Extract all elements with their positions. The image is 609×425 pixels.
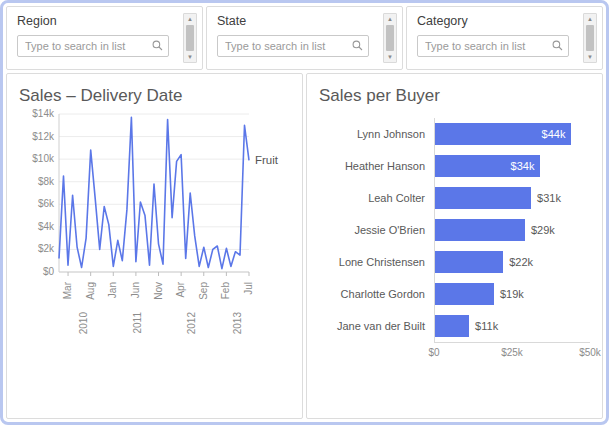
filter-region-search-input[interactable]	[23, 39, 152, 53]
line-chart[interactable]: $0$2k$4k$6k$8k$10k$12k$14kMarAugJanJunNo…	[19, 108, 290, 356]
bar-chart-title: Sales per Buyer	[319, 86, 590, 106]
scroll-down-icon[interactable]: ▼	[587, 53, 593, 61]
bar-category-label[interactable]: Heather Hanson	[319, 160, 434, 172]
listbox-scrollbar[interactable]: ▲ ▼	[183, 13, 197, 63]
bar-chart: Lynn Johnson$44kHeather Hanson$34kLeah C…	[319, 118, 590, 342]
bar-category-label[interactable]: Lynn Johnson	[319, 128, 434, 140]
y-tick-label: $0	[43, 266, 55, 277]
bar-row: Jane van der Built$11k	[319, 310, 590, 342]
filter-state-search[interactable]	[217, 35, 369, 57]
x-axis-tick-label: $0	[428, 347, 439, 358]
x-tick-label: Aug	[85, 282, 96, 300]
bar-chart-x-axis: $0$25k$50k	[434, 342, 590, 360]
filter-region: Region ▲ ▼	[6, 6, 203, 70]
bar-track: $19k	[434, 278, 590, 310]
bar-category-label[interactable]: Leah Colter	[319, 192, 434, 204]
bar-value: $31k	[537, 192, 561, 204]
bar-category-label[interactable]: Lone Christensen	[319, 256, 434, 268]
filter-category: Category ▲ ▼	[406, 6, 603, 70]
bar[interactable]	[435, 315, 469, 337]
bar[interactable]	[435, 219, 525, 241]
x-tick-label: Jun	[130, 282, 141, 298]
line-chart-title: Sales – Delivery Date	[19, 86, 290, 106]
bar-track: $34k	[434, 150, 590, 182]
x-tick-label: Jul	[243, 282, 254, 295]
filter-state: State ▲ ▼	[206, 6, 403, 70]
search-icon	[552, 37, 563, 55]
year-label: 2012	[186, 312, 197, 335]
bar-value: $11k	[475, 320, 498, 332]
bar-value: $22k	[509, 256, 533, 268]
dashboard: Region ▲ ▼ State ▲	[0, 0, 609, 425]
listbox-scrollbar[interactable]: ▲ ▼	[583, 13, 597, 63]
x-tick-label: Jan	[107, 282, 118, 298]
bar[interactable]	[435, 283, 494, 305]
bar-track: $29k	[434, 214, 590, 246]
bar[interactable]: $34k	[435, 155, 540, 177]
year-label: 2013	[232, 312, 243, 335]
filter-category-search[interactable]	[417, 35, 569, 57]
x-axis-tick-label: $25k	[501, 347, 523, 358]
filter-state-search-input[interactable]	[223, 39, 352, 53]
scroll-up-icon[interactable]: ▲	[387, 15, 393, 23]
bar-track: $31k	[434, 182, 590, 214]
scrollbar-thumb[interactable]	[186, 25, 194, 51]
bar-category-label[interactable]: Jane van der Built	[319, 320, 434, 332]
y-tick-label: $2k	[38, 243, 55, 254]
y-tick-label: $4k	[38, 221, 55, 232]
bar-chart-panel: Sales per Buyer Lynn Johnson$44kHeather …	[306, 73, 603, 419]
scroll-down-icon[interactable]: ▼	[387, 53, 393, 61]
series-annotation: Fruit	[255, 154, 279, 166]
bar-value: $34k	[511, 160, 541, 172]
x-tick-label: Feb	[220, 282, 231, 300]
y-tick-label: $12k	[32, 131, 55, 142]
bar[interactable]: $44k	[435, 123, 571, 145]
bar-row: Lynn Johnson$44k	[319, 118, 590, 150]
y-tick-label: $8k	[38, 176, 55, 187]
bar-track: $44k	[434, 118, 590, 150]
year-label: 2010	[78, 312, 89, 335]
filter-row: Region ▲ ▼ State ▲	[6, 6, 603, 70]
scrollbar-thumb[interactable]	[586, 25, 594, 51]
bar[interactable]	[435, 251, 503, 273]
charts-row: Sales – Delivery Date $0$2k$4k$6k$8k$10k…	[6, 73, 603, 419]
filter-category-title: Category	[417, 14, 592, 28]
x-tick-label: Sep	[198, 282, 209, 300]
bar-row: Jessie O'Brien$29k	[319, 214, 590, 246]
bar-value: $29k	[531, 224, 555, 236]
bar[interactable]	[435, 187, 531, 209]
bar-value: $44k	[542, 128, 572, 140]
filter-category-search-input[interactable]	[423, 39, 552, 53]
x-tick-label: Mar	[62, 281, 73, 299]
bar-value: $19k	[500, 288, 524, 300]
bar-row: Heather Hanson$34k	[319, 150, 590, 182]
filter-region-search[interactable]	[17, 35, 169, 57]
listbox-scrollbar[interactable]: ▲ ▼	[383, 13, 397, 63]
x-tick-label: Apr	[175, 281, 186, 297]
scroll-down-icon[interactable]: ▼	[187, 53, 193, 61]
x-axis-tick-label: $50k	[579, 347, 601, 358]
x-tick-label: Nov	[153, 282, 164, 300]
filter-state-title: State	[217, 14, 392, 28]
bar-row: Lone Christensen$22k	[319, 246, 590, 278]
search-icon	[352, 37, 363, 55]
bar-track: $22k	[434, 246, 590, 278]
sales-line[interactable]	[59, 117, 249, 268]
scroll-up-icon[interactable]: ▲	[187, 15, 193, 23]
scroll-up-icon[interactable]: ▲	[587, 15, 593, 23]
bar-row: Charlotte Gordon$19k	[319, 278, 590, 310]
bar-row: Leah Colter$31k	[319, 182, 590, 214]
year-label: 2011	[132, 312, 143, 334]
search-icon	[152, 37, 163, 55]
bar-track: $11k	[434, 310, 590, 342]
filter-region-title: Region	[17, 14, 192, 28]
scrollbar-thumb[interactable]	[386, 25, 394, 51]
bar-category-label[interactable]: Jessie O'Brien	[319, 224, 434, 236]
y-tick-label: $14k	[32, 108, 55, 119]
y-tick-label: $6k	[38, 198, 55, 209]
bar-category-label[interactable]: Charlotte Gordon	[319, 288, 434, 300]
line-chart-panel: Sales – Delivery Date $0$2k$4k$6k$8k$10k…	[6, 73, 303, 419]
y-tick-label: $10k	[32, 153, 55, 164]
